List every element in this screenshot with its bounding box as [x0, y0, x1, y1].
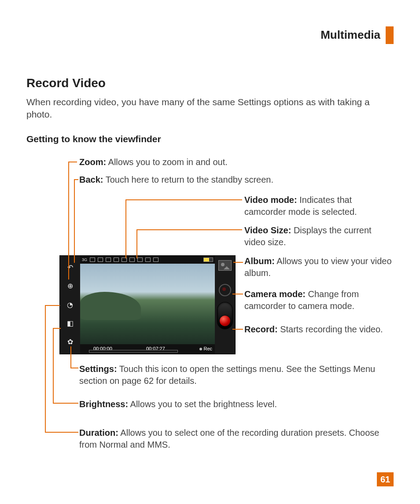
callout-album: Album: Allows you to view your video alb… [244, 255, 394, 279]
callout-settings-label: Settings: [79, 364, 117, 374]
live-preview [80, 264, 215, 344]
callout-brightness: Brightness: Allows you to set the bright… [79, 398, 394, 410]
callout-video-mode: Video mode: Indicates that camcorder mod… [244, 194, 394, 218]
zoom-icon[interactable]: ⊕ [65, 281, 75, 291]
leader-camera-mode [232, 294, 243, 294]
callout-camera-mode-label: Camera mode: [244, 289, 306, 299]
leader-duration [45, 305, 78, 433]
leader-record [232, 329, 243, 330]
page-number: 61 [377, 472, 394, 486]
callout-album-label: Album: [244, 256, 275, 266]
callout-camera-mode: Camera mode: Change from camcorder to ca… [244, 288, 394, 312]
callout-duration: Duration: Allows you to select one of th… [79, 427, 394, 451]
callout-duration-text: Allows you to select one of the recordin… [79, 428, 379, 449]
intro-text: When recording video, you have many of t… [26, 96, 394, 121]
callout-zoom-text: Allows you to zoom in and out. [106, 157, 228, 167]
network-3g-icon: 3G [82, 257, 87, 262]
callout-back: Back: Touch here to return to the standb… [79, 174, 273, 186]
callout-back-text: Touch here to return to the standby scre… [103, 175, 273, 184]
callout-zoom: Zoom: Allows you to zoom in and out. [79, 156, 228, 168]
callout-settings: Settings: Touch this icon to open the se… [79, 363, 394, 387]
rec-dot-icon [199, 348, 202, 350]
subheading: Getting to know the viewfinder [26, 133, 394, 145]
viewfinder: ↶ ⊕ ◔ ◧ ✿ 3G [59, 255, 236, 354]
callout-brightness-text: Allows you to set the brightness level. [128, 399, 277, 409]
annotated-diagram: Zoom: Allows you to zoom in and out. Bac… [26, 156, 394, 473]
viewfinder-right-toolbar [215, 256, 235, 354]
progress-bar [89, 350, 178, 353]
rec-label: Rec [203, 346, 212, 352]
leader-back [74, 179, 78, 263]
page-header: Multimedia [26, 26, 394, 44]
callout-duration-label: Duration: [79, 428, 118, 438]
signal-icon [90, 258, 95, 262]
rec-indicator: Rec [199, 346, 212, 352]
record-button[interactable] [217, 302, 232, 329]
callout-brightness-label: Brightness: [79, 399, 128, 409]
viewfinder-preview: 3G 00:00:00 00:07:27 Rec [80, 256, 215, 354]
leader-duration-tick [45, 305, 60, 306]
callout-video-size: Video Size: Displays the current video s… [244, 224, 394, 248]
callout-video-size-label: Video Size: [244, 225, 291, 235]
header-accent-bar [386, 26, 394, 44]
album-icon[interactable] [218, 260, 232, 271]
callout-record-text: Starts recording the video. [278, 324, 383, 334]
camera-mode-icon[interactable] [219, 284, 231, 296]
callout-back-label: Back: [79, 175, 103, 184]
section-title: Multimedia [321, 27, 380, 43]
callout-zoom-label: Zoom: [79, 157, 106, 167]
callout-record: Record: Starts recording the video. [244, 324, 394, 335]
leader-video-size [136, 229, 242, 258]
callout-video-mode-label: Video mode: [244, 195, 297, 205]
storage-icon [106, 258, 111, 262]
viewfinder-footer: 00:00:00 00:07:27 Rec [80, 344, 215, 354]
video-mode-icon [114, 258, 119, 262]
leader-album [233, 262, 243, 263]
callout-settings-text: Touch this icon to open the settings men… [79, 364, 375, 386]
callout-record-label: Record: [244, 324, 278, 334]
message-icon [98, 258, 103, 262]
page-title: Record Video [26, 75, 394, 92]
